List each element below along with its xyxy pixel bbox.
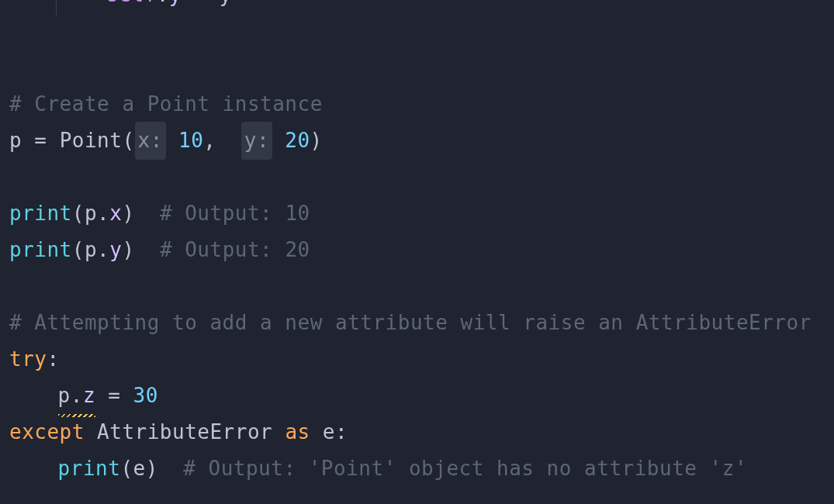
code-line[interactable]: print(p.x) # Output: 10 [9,195,825,232]
code-line[interactable]: print(p.y) # Output: 20 [9,232,825,268]
token-number: 30 [133,378,158,414]
token-comment: # Output: 20 [160,232,310,268]
token-builtin: print [9,195,72,232]
token-comment: # Create a Point instance [9,86,323,123]
code-line-blank[interactable] [9,13,825,50]
inlay-hint: x: [135,122,166,160]
code-line[interactable]: p = Point(x: 10, y: 20) [9,123,825,159]
token-comment: # Output: 'Point' object has no attribut… [183,450,747,487]
token-keyword: try [9,341,47,378]
code-line-blank[interactable] [9,268,825,305]
inlay-hint: y: [241,122,272,160]
token-comment: # Output: 10 [160,195,310,232]
token-number: 10 [178,123,203,159]
code-line[interactable]: try: [9,341,825,378]
code-line[interactable]: self.y = y [9,0,825,13]
token-class: AttributeError [97,414,272,450]
warning-underline: p.z [58,378,95,414]
token-keyword: except [9,414,85,450]
code-line[interactable]: p.z = 30 [9,378,825,414]
code-line[interactable]: # Create a Point instance [9,86,825,123]
code-line[interactable]: print(e) # Output: 'Point' object has no… [9,450,825,487]
code-line-blank[interactable] [9,50,825,86]
code-editor[interactable]: self.y = y # Create a Point instance p =… [0,0,834,487]
token-self: self [106,0,157,13]
token-builtin: print [58,450,121,487]
token-builtin: print [9,232,72,268]
token-number: 20 [285,123,310,159]
code-line-blank[interactable] [9,159,825,195]
code-line[interactable]: # Attempting to add a new attribute will… [9,305,825,341]
token-class: Point [60,123,123,159]
token-attr: y [169,0,182,13]
code-line[interactable]: except AttributeError as e: [9,414,825,450]
token-comment: # Attempting to add a new attribute will… [9,305,812,341]
